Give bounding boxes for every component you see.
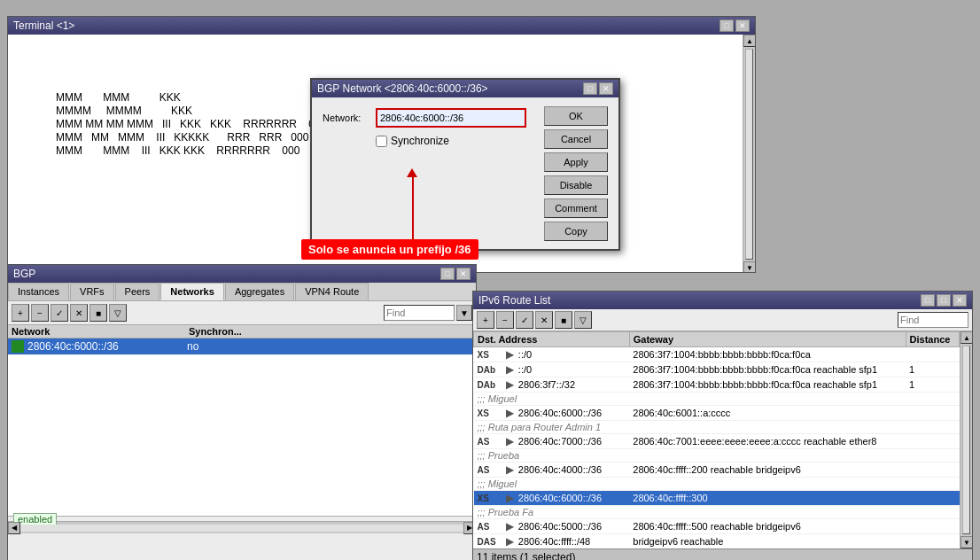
ipv6-close-btn[interactable]: ✕ <box>953 294 967 307</box>
ipv6-table-row[interactable]: ;;; Prueba <box>474 449 960 463</box>
ipv6-table-row[interactable]: ;;; Prueba Fa <box>474 506 960 519</box>
ipv6-enable-btn[interactable]: ✓ <box>516 311 533 329</box>
expand-icon[interactable]: ▶ <box>506 378 517 391</box>
scroll-left-btn[interactable]: ◀ <box>8 522 20 534</box>
ipv6-gw-cell: 2806:3f7:1004:bbbb:bbbb:bbbb:f0ca:f0ca r… <box>629 362 906 377</box>
expand-icon[interactable]: ▶ <box>506 463 517 476</box>
col-dist-header: Distance <box>906 332 959 347</box>
ipv6-dst-cell: ;;; Miguel <box>474 393 630 406</box>
scroll-thumb[interactable] <box>745 49 753 260</box>
ipv6-table-row[interactable]: XS▶ 2806:40c:6000::/362806:40c:ffff::300 <box>474 491 960 506</box>
dialog-comment-btn[interactable]: Comment <box>544 198 608 218</box>
tab-vrfs[interactable]: VRFs <box>70 283 114 300</box>
ipv6-gw-cell: 2806:3f7:1004:bbbb:bbbb:bbbb:f0ca:f0ca r… <box>629 377 906 393</box>
terminal-close-btn[interactable]: ✕ <box>735 19 750 32</box>
ipv6-gw-cell <box>629 506 906 519</box>
terminal-scrollbar[interactable]: ▲ ▼ <box>743 35 755 272</box>
ipv6-find-input[interactable] <box>898 312 968 328</box>
bgp-row-sync: no <box>187 340 198 353</box>
expand-icon[interactable]: ▶ <box>506 520 517 533</box>
route-type-badge: DAS <box>478 537 502 547</box>
bgp-comment-btn[interactable]: ■ <box>89 304 107 322</box>
dialog-cancel-btn[interactable]: Cancel <box>544 129 608 149</box>
expand-icon[interactable]: ▶ <box>506 348 517 361</box>
ipv6-dist-cell <box>906 393 959 406</box>
ipv6-table-row[interactable]: DAb▶ 2806:3f7::/322806:3f7:1004:bbbb:bbb… <box>474 377 960 393</box>
ipv6-table-row[interactable]: DAS▶ 2806:40c:ffff::/48bridgeipv6 reacha… <box>474 534 960 549</box>
bgp-enable-btn[interactable]: ✓ <box>51 304 68 322</box>
ipv6-dst-cell: ;;; Prueba <box>474 449 630 463</box>
tab-networks[interactable]: Networks <box>160 283 224 300</box>
col-network-header: Network <box>12 326 189 337</box>
bgp-close-btn[interactable]: ✕ <box>456 268 471 280</box>
ipv6-scroll-down[interactable]: ▼ <box>961 536 972 548</box>
bgp-remove-btn[interactable]: − <box>31 304 49 322</box>
bgp-restore-btn[interactable]: □ <box>440 268 455 280</box>
ipv6-table-row[interactable]: ;;; Miguel <box>474 478 960 491</box>
dialog-network-input[interactable] <box>376 108 526 128</box>
scroll-up-btn[interactable]: ▲ <box>743 35 755 47</box>
dialog-ok-btn[interactable]: OK <box>544 106 608 126</box>
dialog-title: BGP Network <2806:40c:6000::/36> <box>317 82 488 95</box>
ipv6-table-row[interactable]: AS▶ 2806:40c:7000::/362806:40c:7001:eeee… <box>474 434 960 449</box>
expand-icon[interactable]: ▶ <box>506 363 517 376</box>
ipv6-table-row[interactable]: XS▶ ::/02806:3f7:1004:bbbb:bbbb:bbbb:f0c… <box>474 347 960 362</box>
dialog-apply-btn[interactable]: Apply <box>544 152 608 172</box>
bgp-disable-btn[interactable]: ✕ <box>70 304 88 322</box>
ipv6-table-row[interactable]: XS▶ 2806:40c:6000::/362806:40c:6001::a:c… <box>474 406 960 421</box>
tab-peers[interactable]: Peers <box>115 283 160 300</box>
ipv6-filter-btn[interactable]: ▽ <box>574 311 592 329</box>
ipv6-status-text: 11 items (1 selected) <box>477 551 575 560</box>
ipv6-gw-cell: 2806:40c:ffff::500 reachable bridgeipv6 <box>629 519 906 534</box>
bgp-scrollbar-h[interactable]: ◀ ▶ <box>8 521 476 533</box>
terminal-restore-btn[interactable]: □ <box>719 19 734 32</box>
bgp-row[interactable]: 2806:40c:6000::/36 no <box>8 338 476 355</box>
tab-aggregates[interactable]: Aggregates <box>225 283 294 300</box>
ipv6-min-btn[interactable]: □ <box>921 294 935 307</box>
ipv6-gw-cell: 2806:40c:ffff::200 reachable bridgeipv6 <box>629 463 906 478</box>
dialog-copy-btn[interactable]: Copy <box>544 222 608 241</box>
dialog-close-btn[interactable]: ✕ <box>599 82 613 95</box>
dialog-sync-label: Synchronize <box>391 135 449 147</box>
tab-instances[interactable]: Instances <box>8 283 69 300</box>
route-type-badge: XS <box>478 350 502 360</box>
ipv6-dst-cell: ;;; Ruta para Router Admin 1 <box>474 421 630 434</box>
ipv6-disable-btn[interactable]: ✕ <box>535 311 553 329</box>
ipv6-table-wrap: Dst. Address Gateway Distance XS▶ ::/028… <box>473 331 972 548</box>
scroll-track-h[interactable] <box>20 525 463 532</box>
dialog-titlebar: BGP Network <2806:40c:6000::/36> □ ✕ <box>312 80 618 97</box>
bgp-dropdown-btn[interactable]: ▼ <box>456 305 472 321</box>
scroll-down-btn[interactable]: ▼ <box>743 261 755 272</box>
ipv6-table: Dst. Address Gateway Distance XS▶ ::/028… <box>473 331 960 548</box>
ipv6-remove-btn[interactable]: − <box>496 311 514 329</box>
tab-vpn4[interactable]: VPN4 Route <box>295 283 369 300</box>
ipv6-add-btn[interactable]: + <box>477 311 494 329</box>
dialog-restore-btn[interactable]: □ <box>583 82 597 95</box>
ipv6-comment-btn[interactable]: ■ <box>555 311 572 329</box>
ipv6-dst-cell: DAS▶ 2806:40c:ffff::/48 <box>474 534 630 549</box>
bgp-filter-btn[interactable]: ▽ <box>109 304 127 322</box>
ipv6-dst-cell: XS▶ ::/0 <box>474 347 630 362</box>
expand-icon[interactable]: ▶ <box>506 535 517 548</box>
dialog-sync-checkbox[interactable] <box>376 136 387 147</box>
expand-icon[interactable]: ▶ <box>506 435 517 447</box>
ipv6-table-row[interactable]: AS▶ 2806:40c:4000::/362806:40c:ffff::200… <box>474 463 960 478</box>
ipv6-table-row[interactable]: ;;; Ruta para Router Admin 1 <box>474 421 960 434</box>
ipv6-table-row[interactable]: AS▶ 2806:40c:5000::/362806:40c:ffff::500… <box>474 519 960 534</box>
ipv6-scroll-thumb[interactable] <box>962 346 970 534</box>
bgp-table-body: 2806:40c:6000::/36 no <box>8 338 476 516</box>
ipv6-table-row[interactable]: DAb▶ ::/02806:3f7:1004:bbbb:bbbb:bbbb:f0… <box>474 362 960 377</box>
ipv6-scrollbar-v[interactable]: ▲ ▼ <box>960 331 972 548</box>
col-sync-header: Synchron... <box>189 326 242 337</box>
bgp-add-btn[interactable]: + <box>12 304 29 322</box>
ipv6-table-row[interactable]: ;;; Miguel <box>474 393 960 406</box>
expand-icon[interactable]: ▶ <box>506 492 517 504</box>
bgp-find-input[interactable] <box>384 305 455 321</box>
ipv6-scroll-up[interactable]: ▲ <box>961 331 972 344</box>
ipv6-max-btn[interactable]: □ <box>937 294 951 307</box>
ipv6-dist-cell <box>906 421 959 434</box>
dialog-disable-btn[interactable]: Disable <box>544 175 608 195</box>
route-type-badge: AS <box>478 465 502 475</box>
ipv6-gw-cell: 2806:40c:7001:eeee:eeee:eeee:a:cccc reac… <box>629 434 906 449</box>
expand-icon[interactable]: ▶ <box>506 407 517 419</box>
